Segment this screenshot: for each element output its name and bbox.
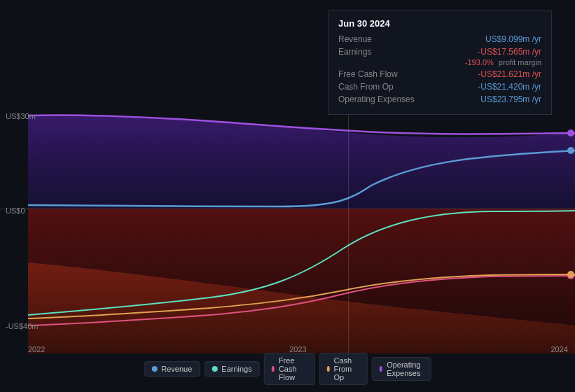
earnings-label: Earnings	[338, 47, 415, 57]
legend-opex[interactable]: Operating Expenses	[372, 357, 431, 381]
x-label-2022: 2022	[28, 345, 45, 354]
zero-axis-line	[0, 209, 575, 209]
cfo-label: Cash From Op	[338, 82, 415, 92]
legend-label-revenue: Revenue	[161, 365, 192, 373]
opex-label: Operating Expenses	[338, 94, 415, 104]
revenue-dot	[567, 147, 574, 154]
legend-revenue[interactable]: Revenue	[144, 361, 200, 377]
fcf-label: Free Cash Flow	[338, 69, 415, 79]
y-label-bot: -US$40m	[6, 322, 38, 330]
operating-expenses-row: Operating Expenses US$23.795m /yr	[338, 94, 541, 104]
profit-margin-text: -193.0% profit margin	[465, 58, 541, 66]
revenue-value: US$9.099m /yr	[485, 34, 541, 44]
legend-dot-fcf	[272, 366, 275, 372]
tooltip-date: Jun 30 2024	[338, 18, 541, 29]
profit-margin-row: -193.0% profit margin	[338, 58, 541, 66]
legend-label-earnings: Earnings	[221, 365, 251, 373]
y-label-mid: US$0	[6, 206, 25, 215]
fcf-value: -US$21.621m /yr	[478, 69, 541, 79]
legend-label-cfo: Cash From Op	[334, 356, 360, 382]
opex-dot	[567, 130, 574, 136]
earnings-value: -US$17.565m /yr	[478, 47, 541, 57]
purple-area-fill	[28, 115, 575, 209]
opex-value: US$23.795m /yr	[480, 94, 541, 104]
cfo-dot	[567, 271, 574, 278]
vertical-indicator-line	[348, 108, 349, 354]
main-chart	[0, 108, 575, 354]
x-label-2024: 2024	[551, 345, 568, 354]
legend-fcf[interactable]: Free Cash Flow	[264, 353, 315, 385]
chart-legend: Revenue Earnings Free Cash Flow Cash Fro…	[144, 353, 431, 385]
legend-label-opex: Operating Expenses	[387, 360, 424, 377]
legend-label-fcf: Free Cash Flow	[279, 356, 307, 382]
legend-dot-revenue	[151, 366, 157, 372]
legend-dot-opex	[380, 366, 382, 372]
revenue-label: Revenue	[338, 34, 415, 44]
tooltip-panel: Jun 30 2024 Revenue US$9.099m /yr Earnin…	[328, 10, 552, 115]
earnings-row: Earnings -US$17.565m /yr	[338, 47, 541, 57]
legend-dot-cfo	[326, 366, 329, 372]
legend-earnings[interactable]: Earnings	[204, 361, 259, 377]
cfo-value: -US$21.420m /yr	[478, 82, 541, 92]
legend-cfo[interactable]: Cash From Op	[319, 353, 368, 385]
legend-dot-earnings	[212, 366, 217, 372]
revenue-row: Revenue US$9.099m /yr	[338, 34, 541, 44]
y-label-top: US$30m	[6, 112, 36, 120]
cash-from-op-row: Cash From Op -US$21.420m /yr	[338, 82, 541, 92]
free-cash-flow-row: Free Cash Flow -US$21.621m /yr	[338, 69, 541, 79]
